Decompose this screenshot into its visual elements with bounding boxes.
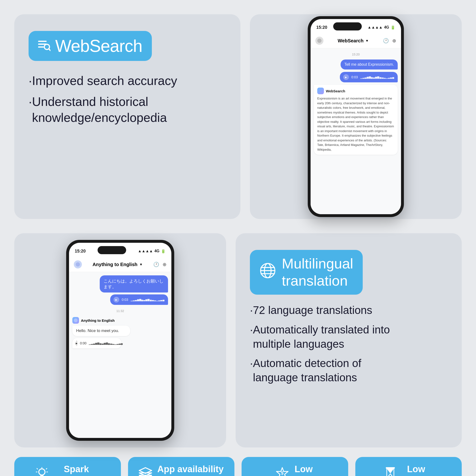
svg-point-6	[319, 89, 323, 93]
battery-icon-top: 🔋	[391, 25, 395, 30]
voice-message-jp: ▶ 0:03 ▁▂▃▅▆▄▃▅▆▄▃▂▁▂▃▄	[110, 294, 168, 305]
status-bar-top: 15:20 ▲▲▲▲ 4G 🔋	[311, 19, 401, 34]
multilingual-title: Multilingualtranslation	[282, 255, 353, 289]
voice-time-ai: 0:00	[80, 341, 86, 345]
time-label-bottom: 11:32	[72, 309, 168, 313]
play-btn-ai-bottom[interactable]: ▶	[76, 340, 78, 346]
footer-card-app: App availabilityin background	[128, 457, 235, 476]
clock-icon-top[interactable]: 🕐	[383, 38, 389, 44]
network-label-bottom: 4G	[154, 249, 159, 253]
signal-icon-bottom: ▲▲▲▲	[138, 249, 153, 253]
dynamic-island-top	[333, 22, 362, 31]
app-label: App availabilityin background	[157, 464, 224, 476]
hourglass-icon	[385, 467, 395, 476]
play-btn-user-top[interactable]: ▶	[343, 74, 349, 80]
websearch-badge: WebSearch	[29, 31, 152, 61]
svg-line-4	[49, 49, 51, 51]
phone-panel-bottom: 15:20 ▲▲▲▲ 4G 🔋	[14, 233, 226, 447]
play-btn-jp[interactable]: ▶	[114, 297, 119, 303]
waveform-jp: ▁▂▃▅▆▄▃▅▆▄▃▂▁▂▃▄	[131, 298, 165, 301]
footer-card-spark: Sparkinspiration	[14, 457, 121, 476]
websearch-title: WebSearch	[55, 36, 142, 56]
globe-icon	[259, 262, 276, 282]
footer-strip: Sparkinspiration App availabilityin back…	[0, 457, 476, 476]
svg-rect-0	[38, 41, 47, 42]
ai-name-bottom: Anything to English	[81, 319, 115, 323]
chat-title-top: WebSearch ▼	[338, 38, 369, 44]
feature-auto-translate: ·Automatically translated into multiple …	[250, 323, 447, 351]
chat-messages-top: 15:20 Tell me about Expressionism. ▶ 0:0…	[311, 48, 401, 214]
multilingual-features: ·72 language translations ·Automatically…	[250, 303, 447, 385]
chat-time-label-top: 15:20	[314, 52, 398, 56]
chevron-down-icon: ▼	[365, 39, 369, 43]
cost-label: LowCost	[294, 464, 314, 476]
svg-point-7	[76, 262, 80, 267]
chevron-down-icon-bottom: ▼	[139, 262, 143, 266]
ai-text-top: Expressionism is an art movement that em…	[317, 96, 394, 152]
feature-auto-detect: ·Automatic detection of language transla…	[250, 356, 447, 385]
ai-name-top: WebSearch	[326, 89, 345, 93]
voice-time-top: 0:03	[351, 75, 358, 79]
layers-icon	[139, 467, 152, 476]
status-time-bottom: 15:20	[75, 249, 86, 254]
user-message-jp: こんにちは。よろしくお願いします。	[100, 275, 168, 292]
latency-label: Lowlatency	[401, 464, 432, 476]
avatar-top	[315, 37, 323, 45]
coin-icon: $	[276, 467, 289, 476]
waveform-ai-bottom: ▁▂▃▅▆▄▃▅▆▄▃▂▁▂▃▄	[89, 342, 123, 345]
websearch-features: ·Improved search accuracy ·Understand hi…	[29, 73, 226, 126]
svg-line-18	[37, 468, 38, 469]
network-label-top: 4G	[384, 25, 389, 30]
footer-card-latency: Lowlatency	[355, 457, 462, 476]
chat-messages-bottom: こんにちは。よろしくお願いします。 ▶ 0:03 ▁▂▃▅▆▄▃▅▆▄▃▂▁▂▃…	[69, 272, 171, 438]
svg-point-5	[317, 38, 322, 43]
feature-search-accuracy: ·Improved search accuracy	[29, 73, 226, 89]
websearch-panel: WebSearch ·Improved search accuracy ·Und…	[14, 14, 240, 219]
phone-mockup-top: 15:20 ▲▲▲▲ 4G 🔋	[308, 16, 404, 217]
waveform-user-top: ▁▂▃▅▆▄▃▅▆▄▃▂▁▂▃▄	[360, 76, 394, 79]
svg-text:$: $	[281, 471, 284, 476]
ai-response-top: WebSearch Expressionism is an art moveme…	[314, 85, 398, 155]
avatar-bottom	[74, 260, 82, 269]
chat-title-bottom: Anything to English ▼	[93, 262, 143, 267]
ai-header-top: WebSearch	[317, 87, 394, 94]
voice-message-user-top: ▶ 0:03 ▁▂▃▅▆▄▃▅▆▄▃▂▁▂▃▄	[340, 72, 398, 82]
feature-historical-knowledge: ·Understand historical knowledge/encyclo…	[29, 94, 226, 126]
chat-icons-bottom: 🕐 ⊕	[153, 262, 167, 267]
chat-icons-top: 🕐 ⊕	[383, 38, 396, 44]
multilingual-badge: Multilingualtranslation	[250, 250, 363, 295]
dynamic-island-bottom	[98, 246, 126, 254]
status-icons-bottom: ▲▲▲▲ 4G 🔋	[138, 249, 166, 254]
chat-header-top: WebSearch ▼ 🕐 ⊕	[311, 34, 401, 48]
chat-name-bottom: Anything to English	[93, 262, 137, 267]
voice-message-ai-bottom: ▶ 0:00 ▁▂▃▅▆▄▃▅▆▄▃▂▁▂▃▄	[72, 338, 121, 348]
phone-mockup-bottom: 15:20 ▲▲▲▲ 4G 🔋	[66, 240, 174, 441]
ai-logo-top	[317, 87, 324, 94]
phone-panel-top: 15:20 ▲▲▲▲ 4G 🔋	[250, 14, 462, 219]
search-icon	[38, 39, 51, 53]
user-message-top: Tell me about Expressionism.	[340, 60, 398, 69]
multilingual-panel: Multilingualtranslation ·72 language tra…	[236, 233, 462, 447]
status-icons-top: ▲▲▲▲ 4G 🔋	[368, 25, 395, 30]
svg-rect-27	[386, 467, 395, 469]
ai-text-bottom: Hello. Nice to meet you.	[72, 325, 130, 336]
status-time-top: 15:20	[316, 25, 327, 30]
svg-line-20	[46, 468, 47, 469]
phone-screen-bottom: 15:20 ▲▲▲▲ 4G 🔋	[69, 243, 171, 438]
footer-card-cost: $ LowCost	[241, 457, 348, 476]
clock-icon-bottom[interactable]: 🕐	[153, 262, 159, 267]
chat-header-bottom: Anything to English ▼ 🕐 ⊕	[69, 258, 171, 272]
spark-label: Sparkinspiration	[53, 464, 100, 476]
battery-icon-bottom: 🔋	[161, 249, 166, 254]
plus-icon-bottom[interactable]: ⊕	[163, 262, 167, 267]
chat-name-top: WebSearch	[338, 38, 364, 44]
signal-icon: ▲▲▲▲	[368, 25, 382, 30]
feature-72-languages: ·72 language translations	[250, 303, 447, 318]
svg-rect-2	[38, 46, 44, 48]
plus-icon-top[interactable]: ⊕	[392, 38, 396, 44]
svg-point-8	[74, 319, 78, 322]
status-bar-bottom: 15:20 ▲▲▲▲ 4G 🔋	[69, 243, 171, 258]
voice-time-jp: 0:03	[122, 298, 128, 302]
lightbulb-icon	[36, 467, 48, 476]
phone-screen-top: 15:20 ▲▲▲▲ 4G 🔋	[311, 19, 401, 214]
